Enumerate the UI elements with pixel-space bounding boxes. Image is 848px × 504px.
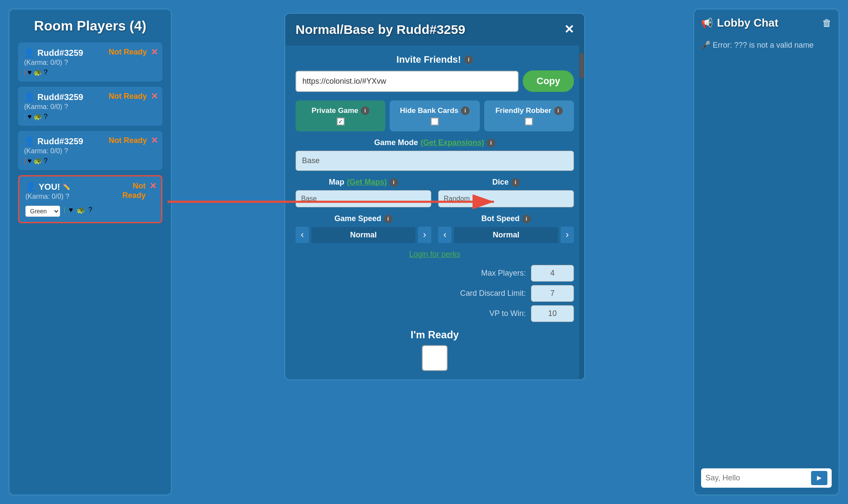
private-game-checkbox[interactable] <box>337 118 345 125</box>
game-speed-prev[interactable]: ‹ <box>296 227 309 243</box>
bot-speed-label: Bot Speed i <box>438 214 574 223</box>
player-karma-1: (Karma: 0/0) ? <box>24 59 156 67</box>
player-karma-2: (Karma: 0/0) ? <box>24 103 156 111</box>
game-speed-value: Normal <box>311 227 415 243</box>
player-karma-3: (Karma: 0/0) ? <box>24 147 156 155</box>
icon-question-2[interactable]: ? <box>44 113 48 121</box>
ready-checkbox[interactable] <box>422 345 448 371</box>
icon-trophy-1: 🐢 <box>34 68 42 76</box>
icon-trophy-you: 🐢 <box>76 206 85 214</box>
friendly-robber-checkbox[interactable] <box>525 118 533 125</box>
vp-win-label: VP to Win: <box>489 309 526 318</box>
dice-input[interactable] <box>438 190 574 207</box>
card-discard-label: Card Discard Limit: <box>460 289 526 298</box>
center-panel: Normal/Base by Rudd#3259 ✕ Invite Friend… <box>180 9 689 495</box>
map-info[interactable]: i <box>390 178 398 187</box>
invite-section: Invite Friends! i Copy <box>296 54 574 92</box>
private-game-button[interactable]: Private Game i <box>296 100 385 131</box>
icon-question-3[interactable]: ? <box>44 157 48 165</box>
modal: Normal/Base by Rudd#3259 ✕ Invite Friend… <box>284 13 585 380</box>
friendly-robber-info[interactable]: i <box>554 106 563 115</box>
icon-bar-you: | <box>64 206 65 214</box>
dice-info[interactable]: i <box>511 178 520 187</box>
right-panel: 📢 Lobby Chat 🗑 🎤 Error: ??? is not a val… <box>693 9 839 495</box>
game-mode-label: Game Mode (Get Expansions) i <box>296 138 574 147</box>
get-expansions-link[interactable]: (Get Expansions) <box>421 138 484 147</box>
friendly-robber-button[interactable]: Friendly Robber i <box>484 100 574 131</box>
player-card-1: 👤 Rudd#3259 (Karma: 0/0) ? | ♥ 🐢 ? Not R… <box>18 43 162 82</box>
user-icon-1: 👤 <box>24 48 35 58</box>
bot-speed-section: Bot Speed i ‹ Normal › <box>438 214 574 243</box>
bot-speed-prev[interactable]: ‹ <box>438 227 451 243</box>
player-card-you: 👤 YOU! ✏️ (Karma: 0/0) ? NotReady Green … <box>18 175 162 223</box>
private-game-info[interactable]: i <box>361 106 369 115</box>
not-ready-you: NotReady <box>122 182 146 200</box>
bot-speed-info[interactable]: i <box>522 215 531 223</box>
karma-help-you[interactable]: ? <box>65 193 69 200</box>
game-speed-section: Game Speed i ‹ Normal › <box>296 214 431 243</box>
chat-messages: 🎤 Error: ??? is not a valid name <box>701 36 832 464</box>
not-ready-3: Not Ready <box>109 136 147 145</box>
send-button[interactable]: ► <box>811 471 827 485</box>
icon-heart-3: ♥ <box>27 157 32 165</box>
icon-heart-1: ♥ <box>27 69 32 76</box>
game-speed-next[interactable]: › <box>418 227 431 243</box>
color-select-you[interactable]: Green Red Blue Orange <box>25 206 60 217</box>
max-players-label: Max Players: <box>481 269 526 278</box>
close-player-you[interactable]: ✕ <box>149 181 157 191</box>
mic-icon: 🎤 <box>701 41 711 49</box>
game-mode-info[interactable]: i <box>487 139 495 147</box>
icon-question-1[interactable]: ? <box>44 69 48 76</box>
close-player-3[interactable]: ✕ <box>151 135 158 146</box>
game-mode-input[interactable] <box>296 151 574 171</box>
modal-close-button[interactable]: ✕ <box>564 24 574 36</box>
karma-help-2[interactable]: ? <box>64 103 68 110</box>
hide-bank-info[interactable]: i <box>461 106 470 115</box>
max-players-row: Max Players: 4 <box>296 265 574 282</box>
options-row: Private Game i Hide Bank Cards i Friendl… <box>296 100 574 131</box>
scrollbar-thumb[interactable] <box>580 53 584 79</box>
icon-trophy-2: 🐢 <box>34 112 42 121</box>
chat-header: 📢 Lobby Chat 🗑 <box>701 16 832 30</box>
map-input[interactable] <box>296 190 431 207</box>
hide-bank-checkbox[interactable] <box>431 118 439 125</box>
close-player-1[interactable]: ✕ <box>151 47 158 57</box>
invite-title: Invite Friends! i <box>296 54 574 65</box>
icon-bar-1: | <box>24 69 26 76</box>
icon-question-you[interactable]: ? <box>88 206 92 214</box>
invite-info-icon[interactable]: i <box>464 55 473 64</box>
edit-name-icon[interactable]: ✏️ <box>63 183 70 190</box>
icon-heart-you: ♥ <box>69 206 73 214</box>
ready-section: I'm Ready <box>296 329 574 371</box>
card-discard-value: 7 <box>531 285 574 302</box>
vp-win-value: 10 <box>531 305 574 322</box>
chat-input[interactable] <box>705 474 808 483</box>
left-panel: Room Players (4) 👤 Rudd#3259 (Karma: 0/0… <box>9 9 172 495</box>
mute-icon[interactable]: 📢 <box>701 18 713 29</box>
hide-bank-cards-button[interactable]: Hide Bank Cards i <box>390 100 479 131</box>
user-icon-you: 👤 <box>25 182 36 192</box>
invite-url-input[interactable] <box>296 71 519 92</box>
map-label: Map (Get Maps) i <box>296 178 431 187</box>
bot-speed-next[interactable]: › <box>561 227 574 243</box>
close-player-2[interactable]: ✕ <box>151 91 158 101</box>
dice-section: Dice i <box>438 178 574 207</box>
login-perks: Login for perks <box>296 250 574 259</box>
get-maps-link[interactable]: (Get Maps) <box>347 178 387 187</box>
modal-header: Normal/Base by Rudd#3259 ✕ <box>285 14 584 46</box>
modal-title: Normal/Base by Rudd#3259 <box>296 22 465 37</box>
scrollbar-track[interactable] <box>579 44 584 380</box>
private-game-label: Private Game i <box>311 106 369 115</box>
karma-help-3[interactable]: ? <box>64 147 68 155</box>
icon-trophy-3: 🐢 <box>34 157 42 165</box>
game-speed-info[interactable]: i <box>384 215 393 223</box>
login-perks-link[interactable]: Login for perks <box>409 250 460 258</box>
invite-row: Copy <box>296 70 574 92</box>
max-players-value: 4 <box>531 265 574 282</box>
copy-button[interactable]: Copy <box>523 70 574 92</box>
player-icons-2: | ♥ 🐢 ? <box>24 112 156 121</box>
trash-icon[interactable]: 🗑 <box>822 18 832 29</box>
game-speed-row: ‹ Normal › <box>296 227 431 243</box>
hide-bank-cards-label: Hide Bank Cards i <box>400 106 470 115</box>
karma-help-1[interactable]: ? <box>64 59 68 66</box>
